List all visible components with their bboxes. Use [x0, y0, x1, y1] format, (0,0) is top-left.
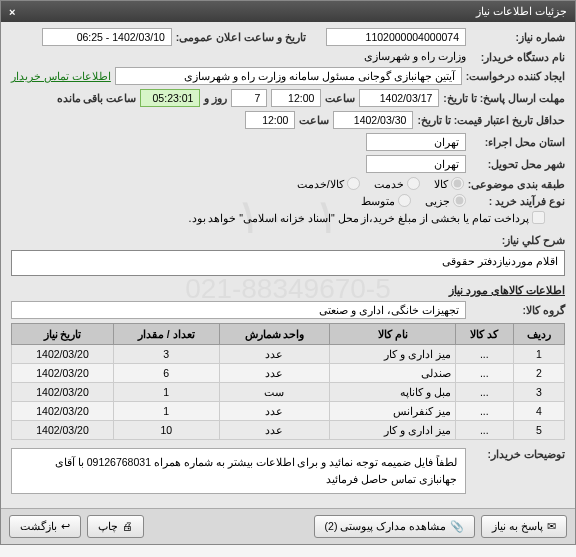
remaining-time: 05:23:01 — [140, 89, 200, 107]
need-no-value: 1102000004000074 — [326, 28, 466, 46]
need-no-label: شماره نیاز: — [470, 31, 565, 43]
cell-code: ... — [455, 402, 513, 421]
cell-name: صندلی — [330, 364, 455, 383]
desc-box: اقلام موردنیازدفتر حقوقی — [11, 250, 565, 276]
th-unit: واحد شمارش — [219, 324, 330, 345]
cell-date: 1402/03/20 — [12, 383, 114, 402]
table-row[interactable]: 5...میز اداری و کارعدد101402/03/20 — [12, 421, 565, 440]
reply-icon: ✉ — [547, 520, 556, 533]
cell-qty: 1 — [113, 383, 219, 402]
creator-label: ایجاد کننده درخواست: — [466, 70, 565, 82]
category-label: طبقه بندی موضوعی: — [468, 178, 565, 190]
payment-checkbox[interactable]: پرداخت تمام یا بخشی از مبلغ خرید،از محل … — [189, 211, 545, 224]
titlebar: جزئیات اطلاعات نیاز × — [1, 1, 575, 22]
attachments-button[interactable]: 📎مشاهده مدارک پیوستی (2) — [314, 515, 476, 538]
cell-n: 5 — [513, 421, 564, 440]
footer-bar: ✉پاسخ به نیاز 📎مشاهده مدارک پیوستی (2) 🖨… — [1, 508, 575, 544]
time-label-2: ساعت — [299, 114, 329, 126]
cell-name: میز اداری و کار — [330, 421, 455, 440]
radio-medium[interactable]: متوسط — [361, 194, 411, 207]
deadline-label: مهلت ارسال پاسخ: تا تاریخ: — [443, 92, 565, 104]
exec-loc-label: استان محل اجراء: — [470, 136, 565, 148]
validity-time: 12:00 — [245, 111, 295, 129]
cell-qty: 10 — [113, 421, 219, 440]
announce-value: 1402/03/10 - 06:25 — [42, 28, 172, 46]
exec-loc-value: تهران — [366, 133, 466, 151]
cell-code: ... — [455, 383, 513, 402]
time-label-1: ساعت — [325, 92, 355, 104]
group-value: تجهیزات خانگی، اداری و صنعتی — [11, 301, 466, 319]
goods-section-title: اطلاعات کالاهای مورد نیاز — [11, 284, 565, 297]
radio-goods[interactable]: کالا — [434, 177, 464, 190]
back-button[interactable]: ↩بازگشت — [9, 515, 81, 538]
cell-unit: عدد — [219, 421, 330, 440]
remain-label: ساعت باقی مانده — [57, 92, 137, 104]
group-label: گروه کالا: — [470, 304, 565, 316]
table-header-row: ردیف کد کالا نام کالا واحد شمارش تعداد /… — [12, 324, 565, 345]
details-window: جزئیات اطلاعات نیاز × ۱۰۰۱ 021-88349670-… — [0, 0, 576, 545]
cell-n: 4 — [513, 402, 564, 421]
radio-service[interactable]: خدمت — [374, 177, 420, 190]
table-row[interactable]: 3...مبل و کاناپهست11402/03/20 — [12, 383, 565, 402]
buyer-notes-label: توضیحات خریدار: — [470, 448, 565, 460]
cell-qty: 6 — [113, 364, 219, 383]
window-title: جزئیات اطلاعات نیاز — [476, 5, 567, 18]
cell-n: 1 — [513, 345, 564, 364]
payment-note: پرداخت تمام یا بخشی از مبلغ خرید،از محل … — [189, 212, 529, 224]
days-label: روز و — [204, 92, 227, 104]
print-icon: 🖨 — [122, 520, 133, 532]
cell-n: 3 — [513, 383, 564, 402]
reply-button[interactable]: ✉پاسخ به نیاز — [481, 515, 567, 538]
cell-unit: ست — [219, 383, 330, 402]
contact-link[interactable]: اطلاعات تماس خریدار — [11, 70, 111, 82]
deliver-loc-value: تهران — [366, 155, 466, 173]
items-table: ردیف کد کالا نام کالا واحد شمارش تعداد /… — [11, 323, 565, 440]
th-code: کد کالا — [455, 324, 513, 345]
desc-title-label: شرح کلي نياز: — [470, 234, 565, 246]
radio-small[interactable]: جزیی — [425, 194, 466, 207]
process-label: نوع فرآیند خرید : — [470, 195, 565, 207]
announce-label: تاریخ و ساعت اعلان عمومی: — [176, 31, 306, 43]
close-icon[interactable]: × — [9, 6, 15, 18]
cell-date: 1402/03/20 — [12, 421, 114, 440]
deadline-time: 12:00 — [271, 89, 321, 107]
cell-unit: عدد — [219, 345, 330, 364]
table-row[interactable]: 1...میز اداری و کارعدد31402/03/20 — [12, 345, 565, 364]
validity-date: 1402/03/30 — [333, 111, 413, 129]
cell-date: 1402/03/20 — [12, 364, 114, 383]
days-value: 7 — [231, 89, 267, 107]
deadline-date: 1402/03/17 — [359, 89, 439, 107]
cell-unit: عدد — [219, 364, 330, 383]
table-row[interactable]: 4...میز کنفرانسعدد11402/03/20 — [12, 402, 565, 421]
cell-unit: عدد — [219, 402, 330, 421]
table-row[interactable]: 2...صندلیعدد61402/03/20 — [12, 364, 565, 383]
process-radios: جزیی متوسط — [361, 194, 466, 207]
th-index: ردیف — [513, 324, 564, 345]
buyer-value: وزارت راه و شهرسازی — [364, 50, 466, 63]
cell-name: مبل و کاناپه — [330, 383, 455, 402]
th-name: نام کالا — [330, 324, 455, 345]
deliver-loc-label: شهر محل تحویل: — [470, 158, 565, 170]
back-icon: ↩ — [61, 520, 70, 533]
creator-value: آیتین جهانبازی گوجانی مسئول سامانه وزارت… — [115, 67, 462, 85]
buyer-label: نام دستگاه خریدار: — [470, 51, 565, 63]
cell-date: 1402/03/20 — [12, 345, 114, 364]
cell-date: 1402/03/20 — [12, 402, 114, 421]
buyer-notes: لطفاً فایل ضمیمه توجه نمائید و برای اطلا… — [11, 448, 466, 494]
content-area: ۱۰۰۱ 021-88349670-5 شماره نیاز: 11020000… — [1, 22, 575, 508]
cell-n: 2 — [513, 364, 564, 383]
cell-code: ... — [455, 364, 513, 383]
cell-code: ... — [455, 421, 513, 440]
cell-code: ... — [455, 345, 513, 364]
attachment-icon: 📎 — [450, 520, 464, 533]
radio-goods-service[interactable]: کالا/خدمت — [297, 177, 360, 190]
cell-qty: 3 — [113, 345, 219, 364]
print-button[interactable]: 🖨چاپ — [87, 515, 144, 538]
validity-label: حداقل تاریخ اعتبار قیمت: تا تاریخ: — [417, 114, 565, 126]
cell-name: میز کنفرانس — [330, 402, 455, 421]
th-date: تاریخ نیاز — [12, 324, 114, 345]
cell-name: میز اداری و کار — [330, 345, 455, 364]
cell-qty: 1 — [113, 402, 219, 421]
th-qty: تعداد / مقدار — [113, 324, 219, 345]
category-radios: کالا خدمت کالا/خدمت — [297, 177, 464, 190]
